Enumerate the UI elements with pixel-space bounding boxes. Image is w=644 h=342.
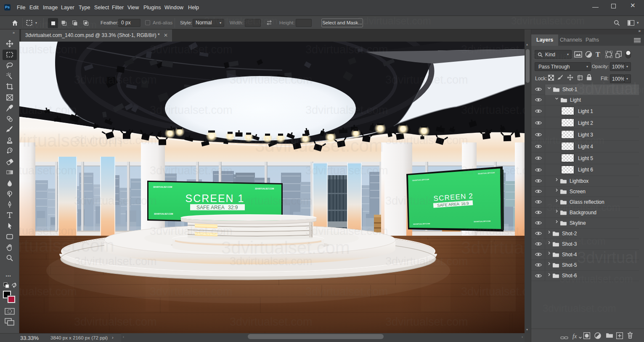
svg-text:3DVIRTUALSET.COM: 3DVIRTUALSET.COM <box>255 188 274 190</box>
svg-text:3dvirtualset.com: 3dvirtualset.com <box>150 43 233 56</box>
svg-text:3dvirtualset.com: 3dvirtualset.com <box>461 104 525 116</box>
svg-text:3dvirtualset.com: 3dvirtualset.com <box>19 131 123 150</box>
svg-text:3dvirtualset.com: 3dvirtualset.com <box>221 238 350 258</box>
svg-text:3dvirtualset.com: 3dvirtualset.com <box>461 238 525 258</box>
svg-text:3dvirtualset.com: 3dvirtualset.com <box>19 164 77 177</box>
svg-text:3dvirtualset.com: 3dvirtualset.com <box>150 285 233 298</box>
svg-text:SAFE AREA: SAFE AREA <box>196 205 225 210</box>
svg-text:3dvirtualset.com: 3dvirtualset.com <box>74 74 157 86</box>
svg-text:3dvirtualset.com: 3dvirtualset.com <box>150 104 233 116</box>
svg-text:3dvirtualset.com: 3dvirtualset.com <box>305 104 388 116</box>
svg-text:3dvirtualset.com: 3dvirtualset.com <box>19 43 77 56</box>
svg-text:3dvirtualset.com: 3dvirtualset.com <box>385 74 468 86</box>
svg-text:3dvirtualset.com: 3dvirtualset.com <box>19 104 77 116</box>
svg-text:3dvirtualset.com: 3dvirtualset.com <box>74 255 157 268</box>
svg-text:3dvirtualset.com: 3dvirtualset.com <box>461 164 525 177</box>
svg-text:3dvirtualset.com: 3dvirtualset.com <box>385 255 468 268</box>
svg-text:3dvirtualset.com: 3dvirtualset.com <box>385 316 468 328</box>
svg-text:3dvirtualset.com: 3dvirtualset.com <box>305 285 388 298</box>
svg-text:3dvirtualset.com: 3dvirtualset.com <box>150 225 233 237</box>
svg-text:3dvirtualset.com: 3dvirtualset.com <box>305 164 388 177</box>
svg-text:3dvirtualset.com: 3dvirtualset.com <box>461 225 525 237</box>
svg-text:3dvirtualset.com: 3dvirtualset.com <box>230 74 313 86</box>
svg-text:3dvirtualset.com: 3dvirtualset.com <box>461 285 525 298</box>
svg-text:3dvirtualset.com: 3dvirtualset.com <box>19 236 114 255</box>
svg-text:3DVIRTUALSET.COM: 3DVIRTUALSET.COM <box>153 186 172 188</box>
svg-text:3dvirtualset.com: 3dvirtualset.com <box>385 195 468 207</box>
svg-text:3dvirtualset.com: 3dvirtualset.com <box>19 285 77 298</box>
svg-text:3dvirtualset.com: 3dvirtualset.com <box>150 164 233 177</box>
svg-text:3dvirtualset.com: 3dvirtualset.com <box>74 195 157 207</box>
svg-text:3dvirtualset.com: 3dvirtualset.com <box>385 134 468 147</box>
svg-text:3dvirtualset.com: 3dvirtualset.com <box>74 316 157 328</box>
svg-text:3dvirtualset.com: 3dvirtualset.com <box>230 316 313 328</box>
svg-text:3dvirtualset.com: 3dvirtualset.com <box>461 43 525 56</box>
svg-text:3dvirtualset.com: 3dvirtualset.com <box>255 136 384 155</box>
svg-text:3dvirtualset.com: 3dvirtualset.com <box>305 43 388 56</box>
svg-text:3DVIRTUALSET.COM: 3DVIRTUALSET.COM <box>154 213 173 215</box>
svg-text:3dvirtualset.com: 3dvirtualset.com <box>230 195 313 207</box>
svg-text:3dvirtualset.com: 3dvirtualset.com <box>305 225 388 237</box>
